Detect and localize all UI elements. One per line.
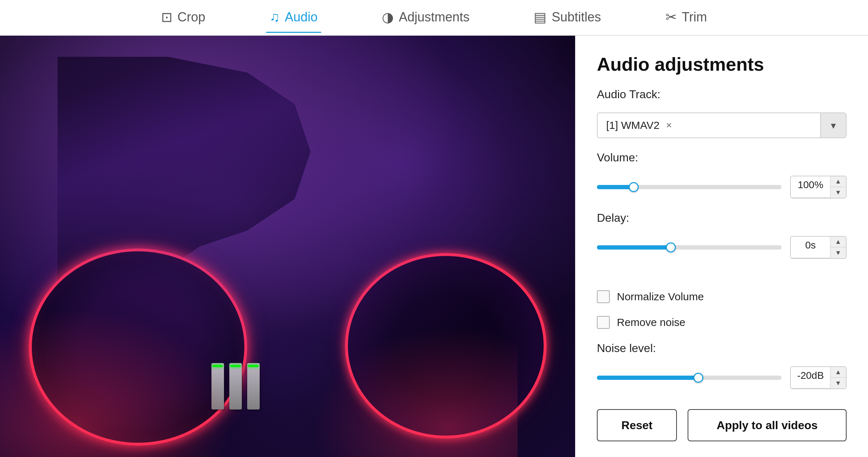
noise-level-fill [597,376,698,380]
app-container: ⊡ Crop ♫ Audio ◑ Adjustments ▤ Subtitles… [0,0,868,457]
volume-steppers: ▲ ▼ [830,176,846,198]
apply-all-button[interactable]: Apply to all videos [688,409,847,441]
noise-level-slider-row: -20dB ▲ ▼ [597,366,847,389]
remove-noise-row[interactable]: Remove noise [597,316,847,329]
tab-subtitles[interactable]: ▤ Subtitles [530,2,604,33]
noise-level-value-stepper: -20dB ▲ ▼ [790,366,847,389]
track-dropdown-button[interactable]: ▾ [820,112,846,138]
tab-crop[interactable]: ⊡ Crop [158,2,209,33]
volume-slider-row: 100% ▲ ▼ [597,176,847,199]
volume-fill [597,185,634,189]
right-panel: Audio adjustments Audio Track: [1] WMAV2… [575,36,868,457]
normalize-volume-checkbox[interactable] [597,290,610,303]
tab-subtitles-label: Subtitles [552,10,601,25]
track-tag: [1] WMAV2 × [598,119,820,131]
subtitles-icon: ▤ [534,9,547,25]
delay-value-stepper: 0s ▲ ▼ [790,236,847,259]
mixer-area [173,295,431,422]
tab-trim-label: Trim [682,10,707,25]
noise-level-thumb [693,373,703,383]
noise-level-value: -20dB [791,367,830,388]
delay-section: Delay: 0s ▲ ▼ [597,211,847,259]
delay-label: Delay: [597,211,847,225]
tab-adjustments[interactable]: ◑ Adjustments [378,2,473,33]
audio-icon: ♫ [270,9,280,25]
volume-section: Volume: 100% ▲ ▼ [597,151,847,199]
noise-level-slider[interactable] [597,376,782,380]
normalize-volume-label: Normalize Volume [617,291,704,303]
dj-scene [0,36,575,457]
fader-1 [211,363,224,410]
remove-noise-checkbox[interactable] [597,316,610,329]
noise-level-label: Noise level: [597,342,847,355]
volume-down-button[interactable]: ▼ [830,187,846,198]
track-close-button[interactable]: × [666,120,672,131]
main-content: Audio adjustments Audio Track: [1] WMAV2… [0,36,868,457]
trim-icon: ✂ [665,9,677,25]
top-nav: ⊡ Crop ♫ Audio ◑ Adjustments ▤ Subtitles… [0,0,868,36]
delay-slider-row: 0s ▲ ▼ [597,236,847,259]
crop-icon: ⊡ [161,9,173,25]
volume-slider[interactable] [597,185,782,189]
tab-audio[interactable]: ♫ Audio [266,2,321,33]
noise-level-up-button[interactable]: ▲ [830,367,846,378]
volume-thumb [629,182,639,192]
audio-track-section: Audio Track: [1] WMAV2 × ▾ [597,88,847,138]
audio-track-select[interactable]: [1] WMAV2 × ▾ [597,112,847,138]
video-preview [0,36,575,457]
delay-slider[interactable] [597,245,782,250]
delay-thumb [666,242,676,252]
adjustments-icon: ◑ [382,9,394,25]
volume-up-button[interactable]: ▲ [830,176,846,187]
delay-steppers: ▲ ▼ [830,237,846,258]
tab-adjustments-label: Adjustments [399,10,469,25]
tab-trim[interactable]: ✂ Trim [662,2,711,33]
noise-level-down-button[interactable]: ▼ [830,378,846,388]
volume-value-stepper: 100% ▲ ▼ [790,176,847,199]
normalize-volume-row[interactable]: Normalize Volume [597,290,847,303]
volume-label: Volume: [597,151,847,164]
delay-up-button[interactable]: ▲ [830,237,846,247]
bottom-buttons: Reset Apply to all videos [597,402,847,441]
track-value: [1] WMAV2 [606,119,659,131]
panel-title: Audio adjustments [597,54,847,75]
audio-track-label: Audio Track: [597,88,847,101]
noise-level-section: Noise level: -20dB ▲ ▼ [597,342,847,389]
delay-down-button[interactable]: ▼ [830,247,846,258]
turntable-area [0,225,575,457]
volume-value: 100% [791,176,830,198]
delay-fill [597,245,671,250]
fader-group [211,363,260,410]
remove-noise-label: Remove noise [617,316,685,328]
fader-3 [247,363,260,410]
tab-crop-label: Crop [178,10,205,25]
delay-value: 0s [791,237,830,258]
noise-level-steppers: ▲ ▼ [830,367,846,388]
tab-audio-label: Audio [285,10,318,25]
fader-2 [229,363,242,410]
reset-button[interactable]: Reset [597,409,677,441]
